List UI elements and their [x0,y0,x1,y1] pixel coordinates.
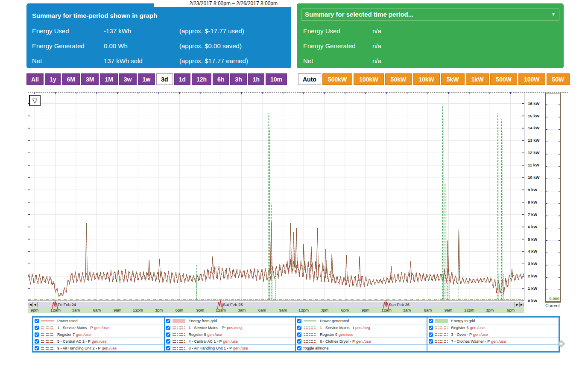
summary-row: Energy Used n/a [297,27,564,37]
scale-button-50w[interactable]: 50W [547,73,570,85]
scroll-right-button[interactable]: ▶| [519,302,524,307]
range-button-6h[interactable]: 6h [213,73,229,85]
legend-checkbox[interactable] [35,332,39,337]
legend-checkbox[interactable] [429,339,433,344]
row-label: Energy Used [32,27,104,35]
power-chart[interactable] [28,92,524,304]
range-button-1m[interactable]: 1M [100,73,117,85]
legend-checkbox[interactable] [297,339,301,344]
range-button-all[interactable]: All [26,73,44,85]
scale-button-100kw[interactable]: 100kW [354,73,383,85]
time-tick-label: 6pm [341,307,349,313]
legend-label-suffix: pos./neg. [227,326,243,330]
legend-item: 1 - Service Mains - Ipos./neg. [296,324,427,331]
chevron-down-icon: ▼ [551,9,556,20]
scroll-left-button[interactable]: |◀ [28,302,33,307]
time-tick-label: 3am [238,307,246,313]
legend-checkbox[interactable] [429,319,433,323]
legend-checkbox[interactable] [35,346,39,350]
y-axis-tick-label: 13 kW [528,138,547,143]
scale-button-1kw[interactable]: 1kW [466,73,489,85]
time-tick-label: 9am [445,307,452,313]
y-axis-tick-label: 0 kW [528,298,547,303]
legend-label: Power generated [320,319,349,323]
range-button-1y[interactable]: 1y [45,73,61,85]
legend-label: Energy from grid [189,319,217,323]
legend-checkbox[interactable] [297,319,301,323]
range-button-3h[interactable]: 3h [230,73,246,85]
scroll-left-button[interactable]: ◀ [33,302,37,307]
legend-item: Power generated [296,318,427,324]
legend-checkbox[interactable] [166,332,170,337]
legend-dash-sample [303,339,318,344]
legend-dash-sample [172,339,187,344]
legend-checkbox[interactable] [166,326,170,330]
legend-label: 6 - Clothes Dryer - P [320,339,355,344]
row-value: 0.00 Wh [104,42,179,50]
y-axis-tick-label: 12 kW [528,150,547,155]
range-button-3w[interactable]: 3w [119,73,137,85]
legend-item: 3 - Oven - Pgen./use [427,331,559,338]
row-note: (approx. $17.77 earned) [179,57,248,64]
time-tick-label: 3pm [321,307,328,313]
selected-summary-dropdown[interactable]: Summary for selected time period... ▼ [301,9,559,21]
range-button-1h[interactable]: 1h [248,73,264,85]
legend-checkbox[interactable] [297,346,301,350]
legend-label: 7 - Clothes Washer - P [451,339,490,344]
legend-label-suffix: gen./use [94,326,109,330]
summary-row: Net n/a [297,57,564,67]
scale-button-50kw[interactable]: 50kW [385,73,412,85]
graph-summary-title: Summary for time-period shown in graph [32,12,157,19]
scale-button-100w[interactable]: 100W [518,73,545,85]
range-button-3m[interactable]: 3M [81,73,99,85]
legend-checkbox[interactable] [429,326,433,330]
legend-column: Power used 1 - Service Mains - Pgen./use… [33,318,165,351]
legend-item: 1 - Service Mains - Pgen./use [33,324,164,331]
scale-button-500kw[interactable]: 500kW [322,73,352,85]
scale-button-10kw[interactable]: 10kW [413,73,440,85]
legend-checkbox[interactable] [35,326,39,330]
legend-label: Energy to grid [451,319,475,323]
time-tick-label: 9pm [362,307,369,313]
range-button-12h[interactable]: 12h [192,73,211,85]
legend-checkbox[interactable] [297,326,301,330]
legend-item: 9 - Air Handling Unit 2 - Pgen./use [33,345,164,351]
scale-button-5kw[interactable]: 5kW [441,73,465,85]
range-button-6m[interactable]: 6M [62,73,79,85]
scale-button-auto[interactable]: Auto [298,73,321,85]
legend-checkbox[interactable] [297,332,301,337]
legend-dash-sample [40,339,56,344]
legend-checkbox[interactable] [35,339,39,344]
legend-column: Power generated 1 - Service Mains - Ipos… [296,318,427,351]
legend-checkbox[interactable] [429,332,433,337]
legend-label: Toggle all/none [303,346,329,350]
time-tick-label: 6am [258,307,266,313]
time-tick-label: 3am [72,307,80,313]
scale-button-500w[interactable]: 500W [490,73,517,85]
summary-row: Energy Used -137 kWh (approx. $-17.77 us… [26,27,291,37]
zoom-out-button[interactable]: ▽ [29,95,41,106]
row-value: n/a [372,42,448,50]
row-value: n/a [372,57,448,64]
range-button-3d[interactable]: 3d [156,73,173,85]
legend-dash-sample [172,346,187,350]
scroll-right-button[interactable]: ▶ [515,302,519,307]
legend-column: Energy from grid 1 - Service Mains - P*p… [165,318,296,351]
selected-summary-title: Summary for selected time period... [305,11,413,18]
range-button-1d[interactable]: 1d [174,73,190,85]
legend-checkbox[interactable] [166,346,170,350]
clipped-data-artifact [217,299,225,312]
legend-checkbox[interactable] [166,339,170,344]
legend-label: Register 9 [320,332,337,337]
legend-label: Register 8 [189,332,206,337]
legend-checkbox[interactable] [166,319,170,323]
range-button-1w[interactable]: 1w [138,73,155,85]
legend-item: Register 9gen./use [296,331,427,338]
y-axis-tick-label: 7 kW [528,212,547,217]
legend-line-sample [303,319,318,323]
day-axis-bar: |◀◀Fri Feb 24Sat Feb 25Sun Feb 26▶▶| [28,302,524,308]
legend-checkbox[interactable] [35,319,39,323]
range-button-10m[interactable]: 10m [266,73,287,85]
time-tick-label: 6am [424,307,432,313]
time-tick-label: 6pm [507,307,515,313]
